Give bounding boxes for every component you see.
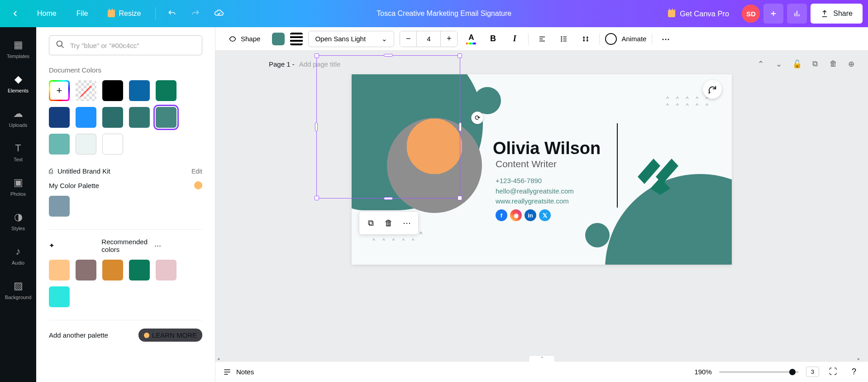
home-button[interactable]: Home bbox=[29, 4, 65, 24]
user-avatar[interactable]: SD bbox=[742, 5, 760, 23]
crown-icon bbox=[668, 10, 675, 17]
add-member-icon[interactable] bbox=[763, 4, 783, 24]
share-button[interactable]: Share bbox=[811, 4, 863, 24]
back-icon[interactable] bbox=[5, 4, 25, 24]
crown-icon bbox=[108, 10, 115, 17]
get-pro-button[interactable]: Get Canva Pro bbox=[659, 4, 738, 24]
undo-icon[interactable] bbox=[162, 4, 182, 24]
document-title[interactable]: Tosca Creative Marketing Email Signature bbox=[233, 10, 655, 18]
file-button[interactable]: File bbox=[68, 4, 96, 24]
cloud-sync-icon[interactable] bbox=[209, 4, 229, 24]
resize-button[interactable]: Resize bbox=[100, 4, 149, 24]
insights-icon[interactable] bbox=[787, 4, 807, 24]
top-bar: Home File Resize Tosca Creative Marketin… bbox=[0, 0, 868, 27]
redo-icon[interactable] bbox=[186, 4, 205, 24]
separator bbox=[155, 7, 156, 20]
